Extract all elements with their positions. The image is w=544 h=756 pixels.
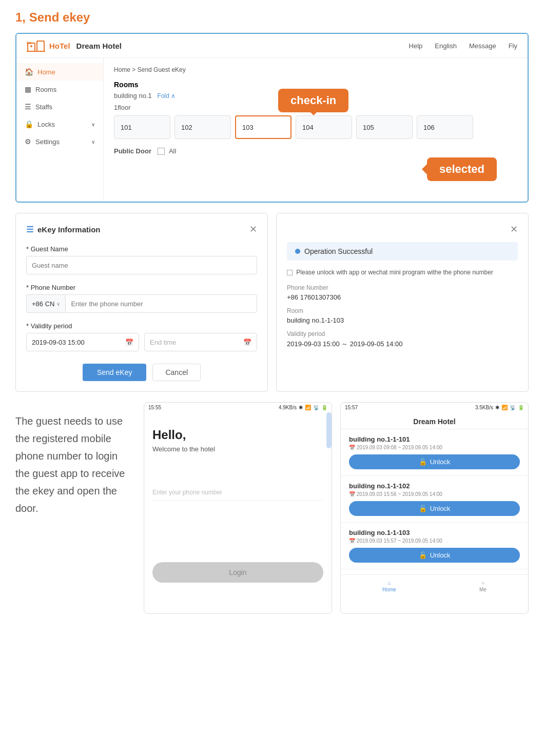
- lock-icon-1: 🔓: [419, 505, 427, 512]
- room-date-2: 📅 2019.09.03 15:57 ~ 2019.09.05 14:00: [349, 538, 520, 544]
- room-cell-104[interactable]: 104: [296, 115, 352, 139]
- hotel-main: Home > Send Guest eKey check-in Rooms bu…: [104, 58, 528, 202]
- nav-me-item[interactable]: ○ Me: [479, 580, 487, 592]
- unlock-button-2[interactable]: 🔓 Unlock: [349, 548, 520, 563]
- hotel-status-data: 3.5KB/s: [475, 405, 493, 410]
- success-title-text: Operation Successful: [304, 247, 373, 255]
- callout-checkin: check-in: [278, 89, 348, 112]
- phone-prefix[interactable]: +86 CN ∨: [26, 294, 65, 313]
- battery-icon: 🔋: [321, 405, 327, 410]
- start-date-input[interactable]: 2019-09-03 15:00 📅: [26, 333, 139, 351]
- staffs-icon: ☰: [25, 103, 31, 111]
- calendar-icon-2: 📅: [349, 538, 355, 544]
- success-badge: Operation Successful: [287, 242, 518, 261]
- login-status-icons: 4.9KB/s ✱ 📶 📡 🔋: [279, 405, 327, 410]
- sidebar-item-locks[interactable]: 🔒 Locks ∨: [16, 115, 103, 133]
- room-cell-103[interactable]: 103: [235, 115, 292, 139]
- unlock-button-1[interactable]: 🔓 Unlock: [349, 501, 520, 516]
- nav-home-item[interactable]: ⌂ Home: [382, 580, 396, 592]
- all-checkbox-label[interactable]: All: [158, 147, 176, 155]
- ekey-panel-title: ☰ eKey Information: [26, 225, 101, 234]
- success-phone-field: Phone Number +86 17601307306: [287, 284, 518, 301]
- breadcrumb-current: Send Guest eKey: [138, 66, 186, 73]
- cancel-button[interactable]: Cancel: [152, 364, 201, 381]
- mobile-hotel-screen: 15:57 3.5KB/s ✱ 📶 📡 🔋 Dream Hotel buildi…: [340, 402, 529, 614]
- callout-selected: selected: [427, 157, 497, 181]
- page-title: 1, Send ekey: [15, 10, 529, 25]
- nav-home-label: Home: [382, 587, 396, 592]
- phone-input[interactable]: [65, 294, 257, 313]
- bluetooth-icon: ✱: [299, 405, 303, 410]
- room-cell-106[interactable]: 106: [417, 115, 473, 139]
- room-name-0: building no.1-1-101: [349, 435, 520, 443]
- hotel-logo-icon: Ho: [27, 39, 45, 52]
- unlock-button-0[interactable]: 🔓 Unlock: [349, 454, 520, 469]
- hotel-status-time: 15:57: [345, 405, 358, 410]
- form-buttons: Send eKey Cancel: [26, 364, 257, 381]
- sidebar-item-settings[interactable]: ⚙ Settings ∨: [16, 133, 103, 150]
- login-screen-body: Hello, Welcome to the hotel Enter your p…: [144, 412, 332, 613]
- hotel-logo: Ho HoTel Dream Hotel: [27, 39, 122, 52]
- mobile-login-button[interactable]: Login: [152, 562, 323, 583]
- room-cell-105[interactable]: 105: [356, 115, 413, 139]
- mobile-login-screen: 15:55 4.9KB/s ✱ 📶 📡 🔋 Hello, Welcome to …: [144, 402, 332, 614]
- room-cell-101[interactable]: 101: [114, 115, 170, 139]
- mobile-welcome-text: Welcome to the hotel: [152, 445, 323, 453]
- login-status-bar: 15:55 4.9KB/s ✱ 📶 📡 🔋: [144, 403, 332, 412]
- success-validity-field: Validity period 2019-09-03 15:00 ～ 2019-…: [287, 330, 518, 349]
- room-unlock-item-1: building no.1-1-102 📅 2019.09.03 15:56 ~…: [341, 476, 528, 523]
- nav-language[interactable]: English: [435, 42, 457, 50]
- settings-chevron-icon: ∨: [91, 139, 95, 145]
- validity-row: 2019-09-03 15:00 📅 End time 📅: [26, 333, 257, 351]
- end-date-input[interactable]: End time 📅: [144, 333, 257, 351]
- success-panel: ✕ Operation Successful Please unlock wit…: [276, 213, 529, 392]
- nav-fly[interactable]: Fly: [509, 42, 517, 50]
- mobile-section: The guest needs to use the registered mo…: [15, 402, 529, 614]
- success-indicator: [295, 249, 300, 254]
- sidebar-item-home[interactable]: 🏠 Home: [16, 63, 103, 81]
- success-room-label: Room: [287, 307, 518, 314]
- phone-label: * Phone Number: [26, 284, 257, 291]
- public-door-row: Public Door All: [114, 147, 517, 155]
- nav-help[interactable]: Help: [409, 42, 423, 50]
- login-status-time: 15:55: [148, 405, 161, 410]
- success-room-value: building no.1-1-103: [287, 316, 518, 324]
- end-calendar-icon: 📅: [243, 339, 251, 346]
- validity-label: * Validity period: [26, 322, 257, 330]
- nav-message[interactable]: Message: [469, 42, 496, 50]
- breadcrumb-home[interactable]: Home: [114, 66, 130, 73]
- ekey-close-button[interactable]: ✕: [249, 224, 257, 235]
- hotel-sidebar: 🏠 Home ▦ Rooms ☰ Staffs 🔒 Locks ∨ ⚙ Sett…: [16, 58, 104, 202]
- success-description: Please unlock with app or wechat mini pr…: [287, 268, 518, 277]
- guest-name-input[interactable]: [26, 256, 257, 274]
- success-checkbox: [287, 270, 293, 275]
- h-battery-icon: 🔋: [518, 405, 524, 410]
- all-checkbox[interactable]: [158, 148, 165, 155]
- mobile-description-text: The guest needs to use the registered mo…: [15, 402, 133, 517]
- room-cell-102[interactable]: 102: [174, 115, 231, 139]
- breadcrumb: Home > Send Guest eKey: [114, 66, 517, 73]
- send-ekey-button[interactable]: Send eKey: [83, 364, 147, 381]
- breadcrumb-separator: >: [132, 66, 137, 73]
- locks-chevron-icon: ∨: [91, 122, 95, 127]
- room-date-0: 📅 2019.09.03 09:08 ~ 2019.09.05 14:00: [349, 445, 520, 450]
- fold-link[interactable]: Fold ∧: [158, 92, 176, 100]
- mobile-screens: 15:55 4.9KB/s ✱ 📶 📡 🔋 Hello, Welcome to …: [144, 402, 529, 614]
- phone-group: * Phone Number +86 CN ∨: [26, 284, 257, 313]
- success-phone-label: Phone Number: [287, 284, 518, 291]
- sidebar-label-staffs: Staffs: [35, 103, 52, 111]
- lock-icon-2: 🔓: [419, 551, 427, 559]
- success-room-field: Room building no.1-1-103: [287, 307, 518, 324]
- sidebar-item-rooms[interactable]: ▦ Rooms: [16, 81, 103, 98]
- sidebar-item-staffs[interactable]: ☰ Staffs: [16, 98, 103, 115]
- ekey-panel: ☰ eKey Information ✕ * Guest Name * Phon…: [15, 213, 268, 392]
- hotel-body: 🏠 Home ▦ Rooms ☰ Staffs 🔒 Locks ∨ ⚙ Sett…: [16, 58, 528, 202]
- success-phone-value: +86 17601307306: [287, 293, 518, 301]
- success-validity-label: Validity period: [287, 330, 518, 337]
- success-close-button[interactable]: ✕: [510, 224, 518, 235]
- wifi-icon: 📡: [313, 405, 319, 410]
- nav-home-icon: ⌂: [387, 580, 391, 586]
- hotel-name: Dream Hotel: [76, 42, 122, 50]
- lock-icon-0: 🔓: [419, 458, 427, 466]
- end-date-placeholder: End time: [150, 339, 176, 346]
